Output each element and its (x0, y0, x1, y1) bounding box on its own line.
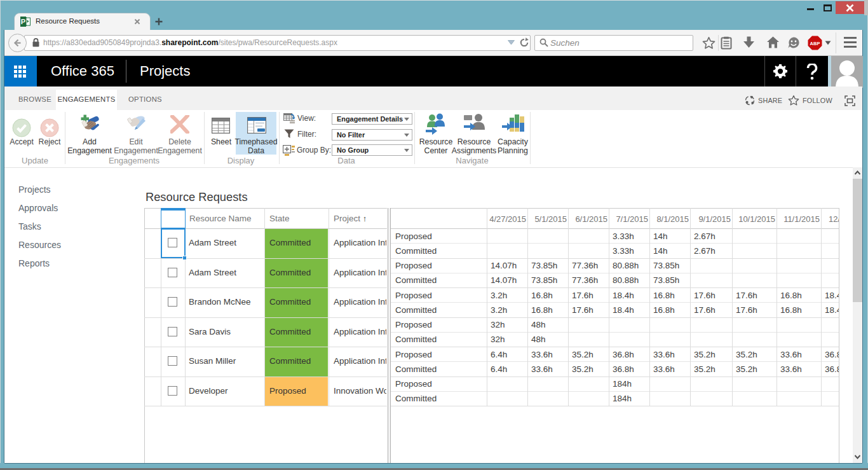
svg-text:P: P (21, 18, 25, 25)
svg-text:ABP: ABP (810, 41, 820, 46)
